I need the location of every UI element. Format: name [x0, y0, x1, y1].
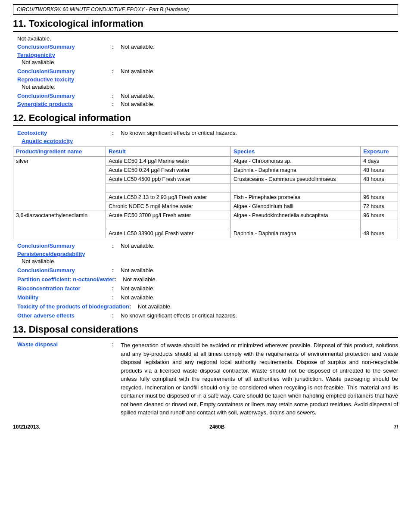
species-6: Algae - Glenodinium halli: [231, 202, 361, 211]
bioconcentration-label: Bioconcentration factor: [17, 285, 112, 292]
toxicity-products-label: Toxicity of the products of biodegradati…: [17, 303, 129, 310]
teratogenicity-block: Conclusion/Summary : Not available. Tera…: [17, 44, 398, 65]
col-header-ingredient: Product/ingredient name: [13, 146, 106, 157]
result-7: Acute EC50 3700 µg/l Fresh water: [106, 211, 231, 220]
exposure-5: 96 hours: [361, 193, 398, 202]
aquatic-table: Product/ingredient name Result Species E…: [13, 146, 398, 238]
aquatic-ecotoxicity-label[interactable]: Aquatic ecotoxicity: [22, 138, 73, 144]
result-4: [106, 184, 231, 193]
ecotoxicity-row: Ecotoxicity : No known significant effec…: [17, 130, 398, 136]
species-5: Fish - Pimephales promelas: [231, 193, 361, 202]
persistence-conclusion-value: Not available.: [121, 243, 398, 249]
persistence-colon: :: [112, 243, 121, 249]
teratogenicity-conclusion-label: Conclusion/Summary: [17, 44, 112, 50]
result-5: Acute LC50 2.13 to 2.93 µg/l Fresh water: [106, 193, 231, 202]
ingredient-silver: silver: [13, 157, 106, 211]
table-header-row: Product/ingredient name Result Species E…: [13, 146, 398, 157]
waste-disposal-row: Waste disposal : The generation of waste…: [17, 341, 398, 417]
exposure-8: [361, 220, 398, 229]
table-row: 3,6-diazaoctanethylenediamin Acute EC50 …: [13, 211, 398, 220]
section-11-title: 11. Toxicological information: [13, 18, 398, 32]
reproductive-colon: :: [112, 68, 121, 75]
result-3: Acute LC50 4500 ppb Fresh water: [106, 175, 231, 184]
teratogenicity-conclusion-row: Conclusion/Summary : Not available.: [17, 44, 398, 50]
footer: 10/21/2013. 2460B 7/: [13, 424, 398, 430]
section-11: 11. Toxicological information Not availa…: [13, 18, 398, 107]
ecotoxicity-label: Ecotoxicity: [17, 130, 112, 136]
teratogenicity-colon: :: [112, 44, 121, 50]
synergistic-link[interactable]: Synergistic products: [17, 101, 112, 107]
footer-page: 7/: [394, 424, 398, 430]
document-header: CIRCUITWORKS® 60 MINUTE CONDUCTIVE EPOXY…: [13, 4, 398, 15]
exposure-7: 96 hours: [361, 211, 398, 220]
toxicity-products-value: Not available.: [138, 303, 398, 310]
persistence-conclusion-row: Conclusion/Summary : Not available.: [17, 243, 398, 249]
mobility-row: Mobility : Not available.: [17, 294, 398, 301]
species-2: Daphnia - Daphnia magna: [231, 166, 361, 175]
section11-not-available: Not available.: [17, 35, 398, 42]
exposure-4: [361, 184, 398, 193]
species-4: [231, 184, 361, 193]
persistence-link[interactable]: Persistence/degradability: [17, 251, 398, 257]
species-7: Algae - Pseudokirchneriella subcapitata: [231, 211, 361, 220]
exposure-1: 4 days: [361, 157, 398, 166]
section-13: 13. Disposal considerations Waste dispos…: [13, 324, 398, 417]
persistence-conclusion2-value: Not available.: [121, 267, 398, 274]
synergistic-conclusion-value: Not available.: [121, 93, 398, 99]
result-9: Acute LC50 33900 µg/l Fresh water: [106, 229, 231, 238]
synergistic-colon: :: [112, 93, 121, 99]
exposure-3: 48 hours: [361, 175, 398, 184]
mobility-label: Mobility: [17, 294, 112, 301]
section-13-title: 13. Disposal considerations: [13, 324, 398, 338]
section-12: 12. Ecological information Ecotoxicity :…: [13, 112, 398, 319]
reproductive-conclusion-label: Conclusion/Summary: [17, 68, 112, 75]
waste-disposal-value: The generation of waste should be avoide…: [121, 341, 398, 417]
col-header-exposure: Exposure: [361, 146, 398, 157]
other-adverse-row: Other adverse effects : No known signifi…: [17, 312, 398, 319]
exposure-2: 48 hours: [361, 166, 398, 175]
teratogenicity-not-available: Not available.: [22, 59, 398, 65]
synergistic-conclusion-label: Conclusion/Summary: [17, 93, 112, 99]
other-adverse-value: No known significant effects or critical…: [121, 312, 398, 319]
result-8: [106, 220, 231, 229]
reproductive-conclusion-row: Conclusion/Summary : Not available.: [17, 68, 398, 75]
species-1: Algae - Chroomonas sp.: [231, 157, 361, 166]
toxicity-products-row: Toxicity of the products of biodegradati…: [17, 303, 398, 310]
reproductive-not-available: Not available.: [22, 84, 398, 90]
synergistic-conclusion-row: Conclusion/Summary : Not available.: [17, 93, 398, 99]
persistence-conclusion2-row: Conclusion/Summary : Not available.: [17, 267, 398, 274]
persistence-not-available: Not available.: [22, 258, 398, 264]
partition-row: Partition coefficient: n-octanol/water :…: [17, 276, 398, 283]
ingredient-diaza: 3,6-diazaoctanethylenediamin: [13, 211, 106, 238]
mobility-colon: :: [112, 294, 121, 301]
col-header-result: Result: [106, 146, 231, 157]
persistence-block: Conclusion/Summary : Not available. Pers…: [17, 243, 398, 264]
waste-disposal-colon: :: [112, 341, 121, 348]
bioconcentration-colon: :: [112, 285, 121, 292]
reproductive-conclusion-value: Not available.: [121, 68, 398, 75]
result-6: Chronic NOEC 5 mg/l Marine water: [106, 202, 231, 211]
col-header-species: Species: [231, 146, 361, 157]
synergistic-link-colon: :: [112, 101, 121, 107]
result-2: Acute EC50 0.24 µg/l Fresh water: [106, 166, 231, 175]
teratogenicity-link[interactable]: Teratogenicity: [17, 52, 398, 58]
other-adverse-label: Other adverse effects: [17, 312, 112, 319]
table-row: silver Acute EC50 1.4 µg/l Marine water …: [13, 157, 398, 166]
reproductive-link[interactable]: Reproductive toxicity: [17, 76, 398, 83]
mobility-value: Not available.: [121, 294, 398, 301]
partition-value: Not available.: [123, 276, 398, 283]
ecotoxicity-colon: :: [112, 130, 121, 136]
section-12-title: 12. Ecological information: [13, 112, 398, 126]
footer-code: 2460B: [209, 424, 224, 430]
species-8: [231, 220, 361, 229]
header-title: CIRCUITWORKS® 60 MINUTE CONDUCTIVE EPOXY…: [17, 6, 190, 12]
partition-label: Partition coefficient: n-octanol/water: [17, 276, 114, 283]
synergistic-block: Conclusion/Summary : Not available. Syne…: [17, 93, 398, 107]
reproductive-block: Conclusion/Summary : Not available. Repr…: [17, 68, 398, 90]
synergistic-link-value: Not available.: [121, 101, 398, 107]
footer-date: 10/21/2013.: [13, 424, 40, 430]
species-3: Crustaceans - Gammarus pseudolimnaeus: [231, 175, 361, 184]
exposure-6: 72 hours: [361, 202, 398, 211]
exposure-9: 48 hours: [361, 229, 398, 238]
bioconcentration-value: Not available.: [121, 285, 398, 292]
